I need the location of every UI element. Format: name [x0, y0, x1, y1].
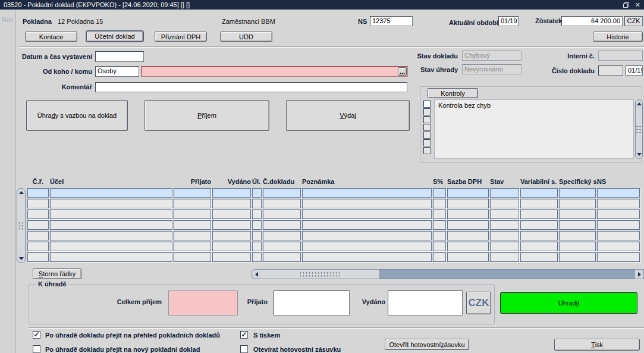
kontroly-checkbox[interactable]: [423, 116, 431, 123]
prijem-button[interactable]: Příjem: [144, 100, 269, 131]
table-cell[interactable]: [252, 188, 262, 198]
nav-sidebar[interactable]: Nav: [0, 10, 15, 353]
table-cell[interactable]: [302, 210, 432, 219]
scrollbar-track[interactable]: [380, 270, 635, 279]
table-cell[interactable]: [50, 210, 172, 219]
table-cell[interactable]: [447, 220, 489, 230]
table-cell[interactable]: [174, 252, 211, 262]
table-cell[interactable]: [27, 220, 49, 230]
table-cell[interactable]: [263, 220, 301, 230]
table-cell[interactable]: [433, 210, 446, 219]
table-cell[interactable]: [447, 242, 489, 251]
open-drawer-button[interactable]: Otevřít hotovostní zásuvku: [385, 339, 469, 350]
table-cell[interactable]: [447, 199, 489, 208]
table-cell[interactable]: [50, 242, 172, 251]
historie-button[interactable]: Historie: [593, 32, 643, 42]
table-cell[interactable]: [174, 242, 211, 251]
table-cell[interactable]: [447, 231, 489, 240]
cislo-dokladu-field[interactable]: [598, 65, 623, 76]
priznani-dph-button[interactable]: Přiznání DPH: [155, 32, 207, 42]
table-cell[interactable]: [597, 242, 640, 251]
kontroly-checkbox[interactable]: [423, 132, 431, 139]
table-cell[interactable]: [27, 188, 49, 198]
table-cell[interactable]: [597, 210, 640, 219]
table-cell[interactable]: [263, 252, 301, 262]
table-cell[interactable]: [559, 252, 596, 262]
table-cell[interactable]: [50, 220, 172, 230]
table-cell[interactable]: [302, 199, 432, 208]
table-cell[interactable]: [263, 231, 301, 240]
table-cell[interactable]: [263, 188, 301, 198]
table-cell[interactable]: [520, 242, 558, 251]
kontroly-checkbox[interactable]: [423, 108, 431, 115]
table-cell[interactable]: [520, 252, 558, 262]
udd-button[interactable]: UDD: [220, 32, 272, 42]
kontroly-button[interactable]: Kontroly: [428, 88, 478, 98]
scroll-right-button[interactable]: [635, 270, 643, 279]
table-cell[interactable]: [263, 210, 301, 219]
table-cell[interactable]: [27, 252, 49, 262]
uhradit-button[interactable]: Uhradit: [500, 292, 637, 314]
table-cell[interactable]: [559, 199, 596, 208]
close-icon[interactable]: ✕: [635, 1, 640, 9]
table-cell[interactable]: [302, 231, 432, 240]
kontroly-checkbox[interactable]: [423, 101, 431, 108]
table-cell[interactable]: [559, 210, 596, 219]
scroll-up-button[interactable]: [636, 100, 642, 108]
table-cell[interactable]: [50, 199, 172, 208]
table-cell[interactable]: [490, 220, 519, 230]
table-cell[interactable]: [433, 199, 446, 208]
tisk-button[interactable]: Tisk: [554, 339, 640, 351]
table-cell[interactable]: [252, 242, 262, 251]
table-cell[interactable]: [27, 231, 49, 240]
table-cell[interactable]: [252, 220, 262, 230]
table-cell[interactable]: [490, 252, 519, 262]
table-cell[interactable]: [433, 242, 446, 251]
table-cell[interactable]: [433, 252, 446, 262]
table-cell[interactable]: [174, 220, 211, 230]
table-cell[interactable]: [447, 188, 489, 198]
kontace-button[interactable]: Kontace: [25, 32, 77, 42]
table-cell[interactable]: [212, 220, 251, 230]
table-cell[interactable]: [520, 231, 558, 240]
table-cell[interactable]: [520, 220, 558, 230]
table-cell[interactable]: [302, 242, 432, 251]
table-cell[interactable]: [490, 242, 519, 251]
table-cell[interactable]: [597, 199, 640, 208]
table-cell[interactable]: [174, 188, 211, 198]
table-cell[interactable]: [559, 220, 596, 230]
table-cell[interactable]: [597, 220, 640, 230]
kontroly-scrollbar[interactable]: [635, 99, 643, 159]
table-cell[interactable]: [50, 231, 172, 240]
table-cell[interactable]: [520, 210, 558, 219]
scrollbar-thumb[interactable]: [17, 196, 25, 255]
checkbox-novy-doklad[interactable]: [33, 345, 40, 353]
odkoho-type-field[interactable]: Osoby: [95, 66, 139, 77]
table-cell[interactable]: [252, 252, 262, 262]
kontroly-checkbox[interactable]: [423, 147, 431, 154]
uhrady-s-vazbou-button[interactable]: Úhrady s vazbou na doklad: [26, 100, 128, 131]
table-cell[interactable]: [174, 199, 211, 208]
table-cell[interactable]: [252, 231, 262, 240]
table-cell[interactable]: [597, 231, 640, 240]
kontroly-list[interactable]: Kontrola bez chyb: [434, 99, 634, 159]
table-cell[interactable]: [174, 231, 211, 240]
scrollbar-thumb[interactable]: [260, 270, 380, 279]
scroll-left-button[interactable]: [252, 270, 260, 279]
scroll-down-button[interactable]: [17, 255, 25, 263]
checkbox-otevirat-zasuvku[interactable]: [240, 345, 248, 353]
checkbox-s-tiskem[interactable]: ✓: [240, 331, 248, 339]
komentar-field[interactable]: [95, 82, 407, 92]
kontroly-checkbox[interactable]: [423, 124, 431, 131]
table-cell[interactable]: [212, 210, 251, 219]
ns-field[interactable]: 12375: [370, 16, 413, 26]
kontroly-checkbox[interactable]: [423, 139, 431, 146]
table-cell[interactable]: [490, 231, 519, 240]
table-cell[interactable]: [490, 188, 519, 198]
checkbox-prehled[interactable]: ✓: [33, 331, 40, 339]
odkoho-value-field[interactable]: [141, 66, 408, 77]
table-cell[interactable]: [212, 188, 251, 198]
table-cell[interactable]: [263, 199, 301, 208]
table-cell[interactable]: [433, 231, 446, 240]
table-cell[interactable]: [252, 199, 262, 208]
